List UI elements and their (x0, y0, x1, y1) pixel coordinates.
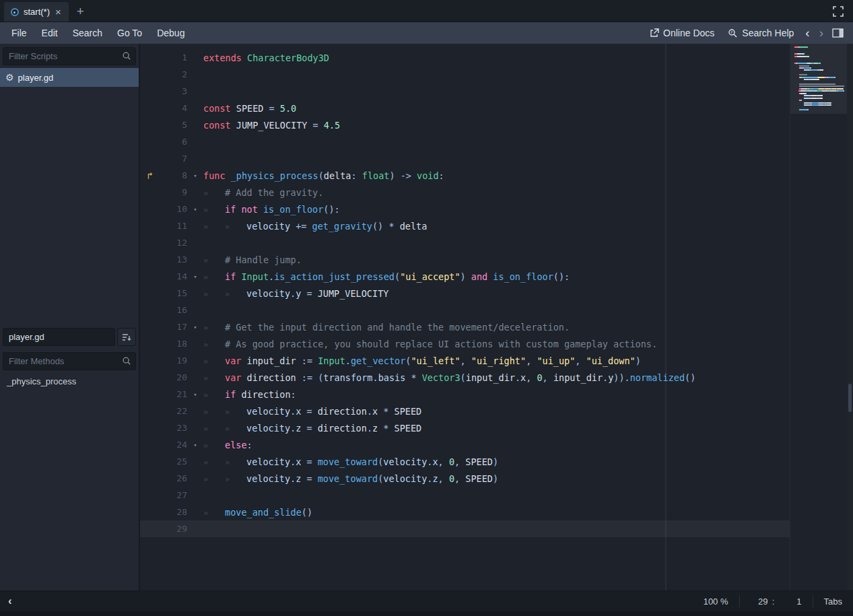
code-line[interactable]: 17▾»# Get the input direction and handle… (140, 318, 790, 335)
distraction-free-icon[interactable] (833, 6, 844, 17)
code-line[interactable]: 1extends CharacterBody3D (140, 49, 790, 66)
fold-chevron-icon[interactable]: ▾ (187, 206, 203, 213)
code-line-text: »var input_dir := Input.get_vector("ui_l… (203, 355, 641, 366)
line-number: 12 (160, 238, 187, 248)
code-line-text: »»velocity.z = direction.z * SPEED (203, 423, 421, 434)
line-number: 13 (160, 254, 187, 265)
fold-chevron-icon[interactable]: ▾ (187, 391, 203, 398)
code-line[interactable]: 26»»velocity.z = move_toward(velocity.z,… (140, 470, 790, 487)
sort-methods-button[interactable] (117, 328, 136, 346)
line-number: 7 (160, 153, 187, 164)
menu-file[interactable]: File (4, 22, 34, 44)
line-number: 22 (160, 406, 187, 416)
panel-layout-icon[interactable] (832, 28, 844, 38)
code-line-text: const SPEED = 5.0 (203, 103, 296, 114)
code-line-text: extends CharacterBody3D (203, 53, 329, 63)
code-line[interactable]: 11»»velocity += get_gravity() * delta (140, 217, 790, 234)
line-number: 17 (160, 322, 187, 332)
code-line[interactable]: 5const JUMP_VELOCITY = 4.5 (140, 116, 790, 133)
code-line[interactable]: ↱8▾func _physics_process(delta: float) -… (140, 167, 790, 184)
menu-search[interactable]: Search (65, 22, 110, 44)
caret-line: 29 (751, 596, 768, 607)
fold-chevron-icon[interactable]: ▾ (187, 172, 203, 179)
godot-script-editor-window: start(*) × + File Edit Search Go To Debu… (0, 0, 853, 616)
scripts-panel-toggle[interactable]: ‹ (0, 594, 20, 608)
menu-goto[interactable]: Go To (110, 22, 149, 44)
method-item-physics-process[interactable]: _physics_process (0, 373, 139, 390)
code-line-text: »var direction := (transform.basis * Vec… (203, 372, 695, 383)
code-line[interactable]: 20»var direction := (transform.basis * V… (140, 369, 790, 386)
code-line[interactable]: 9»# Add the gravity. (140, 184, 790, 201)
line-number: 21 (160, 389, 187, 399)
online-docs-button[interactable]: Online Docs (643, 22, 721, 44)
scripts-list: ⚙ player.gd (0, 68, 139, 325)
code-editor[interactable]: 1extends CharacterBody3D234const SPEED =… (140, 44, 853, 590)
code-line[interactable]: 14▾»if Input.is_action_just_pressed("ui_… (140, 268, 790, 285)
scrollbar-grabber[interactable] (848, 384, 852, 412)
code-line[interactable]: 4const SPEED = 5.0 (140, 100, 790, 116)
minimap[interactable] (790, 44, 847, 590)
code-line[interactable]: 10▾»if not is_on_floor(): (140, 201, 790, 217)
fold-chevron-icon[interactable]: ▾ (187, 442, 203, 448)
close-tab-icon[interactable]: × (55, 7, 62, 17)
caret-position: 29 : 1 (740, 596, 813, 607)
zoom-level[interactable]: 100 % (693, 596, 739, 607)
code-text-area[interactable]: 1extends CharacterBody3D234const SPEED =… (140, 44, 790, 590)
online-docs-label: Online Docs (663, 28, 714, 38)
fold-chevron-icon[interactable]: ▾ (187, 273, 203, 280)
history-forward-button[interactable]: › (815, 23, 828, 43)
code-line-current[interactable]: 29 (140, 520, 790, 537)
vertical-scrollbar[interactable] (847, 44, 853, 590)
code-line[interactable]: 12 (140, 234, 790, 251)
line-number: 4 (160, 103, 187, 113)
code-line-text: »# Handle jump. (203, 254, 302, 265)
main-area: ⚙ player.gd player.gd (0, 44, 853, 590)
search-help-button[interactable]: Search Help (721, 22, 800, 44)
current-script-row: player.gd (3, 328, 136, 346)
code-line-text: »»velocity += get_gravity() * delta (203, 221, 427, 232)
search-help-label: Search Help (742, 28, 794, 38)
menu-edit[interactable]: Edit (34, 22, 65, 44)
line-number: 29 (160, 524, 187, 534)
code-line[interactable]: 2 (140, 66, 790, 83)
line-number: 11 (160, 221, 187, 231)
script-item-player[interactable]: ⚙ player.gd (0, 68, 139, 87)
line-number: 19 (160, 355, 187, 366)
code-line[interactable]: 7 (140, 150, 790, 167)
code-line[interactable]: 18»# As good practice, you should replac… (140, 335, 790, 352)
code-line[interactable]: 3 (140, 83, 790, 100)
line-number: 23 (160, 423, 187, 433)
code-line[interactable]: 24▾»else: (140, 436, 790, 453)
godot-icon (11, 8, 19, 16)
line-number: 24 (160, 440, 187, 450)
code-line[interactable]: 21▾»if direction: (140, 386, 790, 403)
filter-scripts-input[interactable] (3, 47, 136, 65)
code-line[interactable]: 22»»velocity.x = direction.x * SPEED (140, 403, 790, 419)
scripts-sidebar: ⚙ player.gd player.gd (0, 44, 140, 590)
code-line[interactable]: 27 (140, 487, 790, 504)
line-number: 16 (160, 305, 187, 315)
code-line[interactable]: 16 (140, 302, 790, 318)
code-line-text: »# As good practice, you should replace … (203, 339, 657, 349)
code-line[interactable]: 13»# Handle jump. (140, 251, 790, 268)
code-line[interactable]: 19»var input_dir := Input.get_vector("ui… (140, 352, 790, 369)
tab-start-script[interactable]: start(*) × (4, 2, 69, 22)
line-number: 1 (160, 53, 187, 63)
code-line[interactable]: 28»move_and_slide() (140, 504, 790, 520)
code-line[interactable]: 23»»velocity.z = direction.z * SPEED (140, 419, 790, 436)
filter-scripts-row (3, 47, 136, 65)
fold-chevron-icon[interactable]: ▾ (187, 324, 203, 331)
history-back-button[interactable]: ‹ (800, 23, 814, 43)
filter-methods-input[interactable] (3, 352, 136, 370)
menu-debug[interactable]: Debug (149, 22, 192, 44)
code-line[interactable]: 6 (140, 133, 790, 150)
search-icon (122, 356, 131, 366)
code-line[interactable]: 25»»velocity.x = move_toward(velocity.x,… (140, 453, 790, 470)
code-line[interactable]: 15»»velocity.y = JUMP_VELOCITY (140, 285, 790, 302)
code-line-text: »if not is_on_floor(): (203, 204, 340, 215)
indent-type[interactable]: Tabs (813, 596, 853, 607)
tool-script-icon: ⚙ (5, 72, 14, 83)
new-tab-button[interactable]: + (69, 4, 92, 22)
line-number: 2 (160, 69, 187, 79)
line-number: 9 (160, 187, 187, 197)
